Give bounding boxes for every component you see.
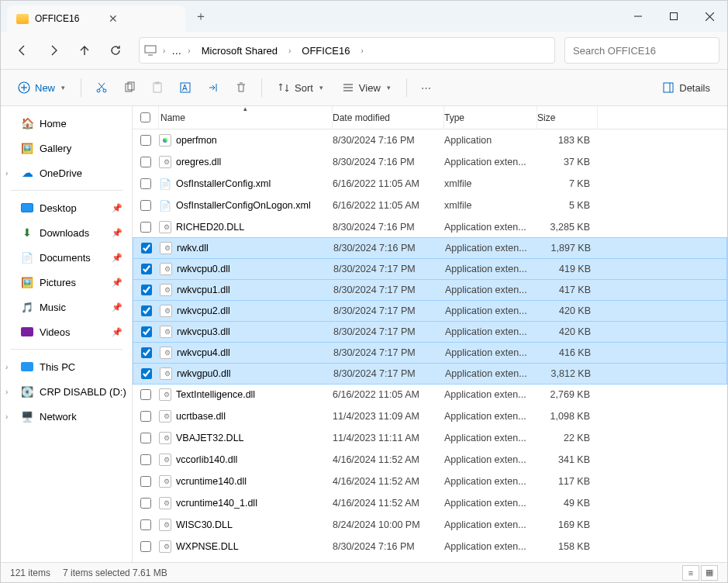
chevron-right-icon[interactable]: › xyxy=(160,47,168,55)
row-checkbox[interactable] xyxy=(141,368,152,379)
column-date[interactable]: Date modified xyxy=(333,106,444,129)
sidebar-item-pictures[interactable]: Pictures📌 xyxy=(1,270,132,295)
file-type: Application exten... xyxy=(444,519,537,530)
file-row[interactable]: WXPNSE.DLL8/30/2024 7:16 PMApplication e… xyxy=(133,536,727,557)
search-input[interactable] xyxy=(573,45,711,57)
thumbnails-view-button[interactable]: ▦ xyxy=(701,565,718,581)
sidebar-item-documents[interactable]: Documents📌 xyxy=(1,245,132,270)
chevron-right-icon[interactable]: › xyxy=(5,412,8,421)
row-checkbox[interactable] xyxy=(141,305,152,316)
forward-button[interactable] xyxy=(40,36,67,64)
row-checkbox[interactable] xyxy=(140,541,151,552)
new-button[interactable]: New ▾ xyxy=(10,74,73,101)
file-row[interactable]: ucrtbase.dll11/4/2023 11:09 AMApplicatio… xyxy=(133,405,727,427)
sidebar-item-crp-disabld-d-[interactable]: ›CRP DISABLD (D:) xyxy=(1,379,132,404)
details-pane-button[interactable]: Details xyxy=(654,74,718,101)
file-row[interactable]: VBAJET32.DLL11/4/2023 11:11 AMApplicatio… xyxy=(133,427,727,449)
row-checkbox[interactable] xyxy=(140,454,151,465)
paste-button[interactable] xyxy=(145,74,170,101)
file-row[interactable]: rwkvgpu0.dll8/30/2024 7:17 PMApplication… xyxy=(133,363,727,385)
back-button[interactable] xyxy=(9,36,36,64)
chevron-right-icon[interactable]: › xyxy=(185,47,193,55)
chevron-right-icon[interactable]: › xyxy=(5,363,8,371)
file-row[interactable]: rwkvcpu0.dll8/30/2024 7:17 PMApplication… xyxy=(133,258,727,280)
select-all-checkbox[interactable] xyxy=(140,112,150,122)
close-window-button[interactable] xyxy=(692,1,727,32)
row-checkbox[interactable] xyxy=(140,200,151,211)
view-button[interactable]: View ▾ xyxy=(334,74,399,101)
row-checkbox[interactable] xyxy=(140,498,151,509)
file-row[interactable]: RICHED20.DLL8/30/2024 7:16 PMApplication… xyxy=(133,216,727,238)
row-checkbox[interactable] xyxy=(140,411,151,422)
sidebar-item-onedrive[interactable]: ›OneDrive xyxy=(1,160,132,185)
sidebar-item-home[interactable]: Home xyxy=(1,111,132,136)
row-checkbox[interactable] xyxy=(141,347,152,358)
copy-button[interactable] xyxy=(117,74,142,101)
sort-button[interactable]: Sort ▾ xyxy=(270,74,331,101)
breadcrumb-item[interactable]: OFFICE16 xyxy=(297,43,354,59)
file-row[interactable]: rwkv.dll8/30/2024 7:16 PMApplication ext… xyxy=(133,237,727,259)
ellipsis-icon[interactable]: … xyxy=(171,45,181,57)
row-checkbox[interactable] xyxy=(140,433,151,443)
file-row[interactable]: rwkvcpu2.dll8/30/2024 7:17 PMApplication… xyxy=(133,300,727,322)
file-type: Application exten... xyxy=(444,476,537,487)
file-row[interactable]: vcruntime140.dll4/16/2024 11:52 AMApplic… xyxy=(133,471,727,492)
sidebar-item-downloads[interactable]: Downloads📌 xyxy=(1,220,132,245)
column-name[interactable]: ▴Name xyxy=(159,106,333,129)
maximize-button[interactable] xyxy=(656,1,692,32)
search-box[interactable] xyxy=(564,37,719,64)
docs-icon xyxy=(21,251,33,264)
sidebar-item-videos[interactable]: Videos📌 xyxy=(1,319,132,344)
column-size[interactable]: Size xyxy=(537,106,598,129)
cut-button[interactable] xyxy=(89,74,114,101)
delete-button[interactable] xyxy=(229,74,254,101)
file-row[interactable]: WISC30.DLL8/24/2024 10:00 PMApplication … xyxy=(133,514,727,536)
file-row[interactable]: OsfInstallerConfig.xml6/16/2022 11:05 AM… xyxy=(133,173,727,195)
row-checkbox[interactable] xyxy=(141,326,152,337)
file-row[interactable]: OsfInstallerConfigOnLogon.xml6/16/2022 1… xyxy=(133,195,727,216)
file-row[interactable]: oregres.dll8/30/2024 7:16 PMApplication … xyxy=(133,151,727,173)
row-checkbox[interactable] xyxy=(140,135,151,146)
separator xyxy=(10,190,122,191)
file-row[interactable]: vccorlib140.dll4/16/2024 11:52 AMApplica… xyxy=(133,449,727,471)
share-button[interactable] xyxy=(201,74,226,101)
more-button[interactable]: ⋯ xyxy=(415,74,437,101)
file-row[interactable]: vcruntime140_1.dll4/16/2024 11:52 AMAppl… xyxy=(133,492,727,514)
sidebar-item-this-pc[interactable]: ›This PC xyxy=(1,354,132,379)
details-view-button[interactable]: ≡ xyxy=(682,565,699,581)
sidebar-item-desktop[interactable]: Desktop📌 xyxy=(1,195,132,220)
row-checkbox[interactable] xyxy=(140,389,151,400)
row-checkbox[interactable] xyxy=(140,157,151,167)
breadcrumb-item[interactable]: Microsoft Shared xyxy=(197,43,282,59)
sidebar-item-network[interactable]: ›Network xyxy=(1,404,132,429)
tab[interactable]: OFFICE16 ✕ xyxy=(7,5,185,32)
chevron-right-icon[interactable]: › xyxy=(5,169,8,178)
refresh-button[interactable] xyxy=(102,36,129,64)
sidebar-item-music[interactable]: Music📌 xyxy=(1,295,132,319)
row-checkbox[interactable] xyxy=(141,264,152,274)
sidebar-item-gallery[interactable]: Gallery xyxy=(1,136,132,160)
up-button[interactable] xyxy=(71,36,98,64)
row-checkbox[interactable] xyxy=(141,285,152,295)
address-bar[interactable]: › … › Microsoft Shared › OFFICE16 › xyxy=(139,37,555,64)
minimize-button[interactable] xyxy=(620,1,656,32)
chevron-right-icon[interactable]: › xyxy=(5,388,8,396)
rename-button[interactable]: A xyxy=(173,74,198,101)
row-checkbox[interactable] xyxy=(141,243,152,254)
close-tab-icon[interactable]: ✕ xyxy=(109,12,176,25)
file-row[interactable]: operfmon8/30/2024 7:16 PMApplication183 … xyxy=(133,129,727,151)
chevron-right-icon[interactable]: › xyxy=(357,47,366,55)
file-row[interactable]: rwkvcpu4.dll8/30/2024 7:17 PMApplication… xyxy=(133,342,727,364)
row-checkbox[interactable] xyxy=(140,476,151,487)
row-checkbox[interactable] xyxy=(140,519,151,530)
row-checkbox[interactable] xyxy=(140,178,151,189)
new-tab-button[interactable]: ＋ xyxy=(188,4,213,29)
row-checkbox[interactable] xyxy=(140,222,151,233)
file-row[interactable]: TextIntelligence.dll6/16/2022 11:05 AMAp… xyxy=(133,384,727,405)
chevron-right-icon[interactable]: › xyxy=(285,47,294,55)
file-date: 4/16/2024 11:52 AM xyxy=(333,498,444,509)
column-type[interactable]: Type xyxy=(444,106,537,129)
file-row[interactable]: rwkvcpu3.dll8/30/2024 7:17 PMApplication… xyxy=(133,321,727,343)
file-list[interactable]: operfmon8/30/2024 7:16 PMApplication183 … xyxy=(133,129,727,562)
file-row[interactable]: rwkvcpu1.dll8/30/2024 7:17 PMApplication… xyxy=(133,279,727,301)
